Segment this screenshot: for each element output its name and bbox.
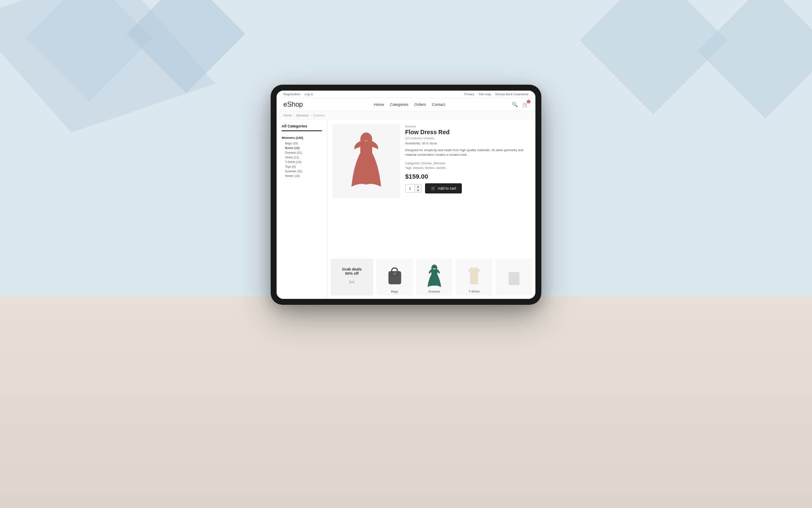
cart-badge: 2 bbox=[527, 100, 530, 103]
sidebar-sub-tshirts[interactable]: T-Shirts (14) bbox=[282, 160, 322, 164]
nav-links: Home Categories Orders Contact bbox=[315, 102, 503, 107]
product-image-dress bbox=[345, 132, 387, 191]
bg-shape-1 bbox=[25, 0, 152, 102]
deals-subtitle: 50% off bbox=[345, 271, 359, 276]
product-detail: Dresses Flow Dress Red (23 customer revi… bbox=[327, 120, 535, 259]
product-tags-tag: Tags: dresses, fashion, women bbox=[405, 166, 530, 170]
bags-image bbox=[383, 263, 406, 288]
sidebar-sub-bags[interactable]: Bags (23) bbox=[282, 141, 322, 146]
product-description: Designed for simplicity and made from hi… bbox=[405, 148, 530, 157]
extra-image bbox=[502, 265, 526, 290]
login-link[interactable]: Log in bbox=[304, 92, 313, 96]
tshirts-thumbnail[interactable]: T-Shirts bbox=[456, 259, 492, 295]
product-tags: Categories: Dresses, Womens Tags: dresse… bbox=[405, 161, 530, 170]
product-info: Dresses Flow Dress Red (23 customer revi… bbox=[405, 124, 530, 254]
nav-home[interactable]: Home bbox=[374, 102, 384, 107]
quantity-controls: ▲ ▼ bbox=[415, 185, 421, 192]
navbar: eShop Home Categories Orders Contact 🔍 🛒… bbox=[277, 98, 535, 111]
sidebar-sub-dresses[interactable]: Dresses (21) bbox=[282, 150, 322, 155]
svg-rect-5 bbox=[393, 273, 396, 275]
privacy-link[interactable]: Privacy bbox=[464, 92, 475, 96]
add-to-cart-button[interactable]: 🛒 Add to cart bbox=[425, 183, 462, 193]
svg-rect-8 bbox=[431, 269, 437, 275]
breadcrumb: Home › Womens › Dresses bbox=[277, 111, 535, 120]
bags-thumbnail[interactable]: Bags bbox=[376, 259, 413, 295]
nav-actions: 🔍 🛒 2 bbox=[512, 102, 529, 108]
product-image-box bbox=[332, 124, 400, 198]
product-categories-tag: Categories: Dresses, Womens bbox=[405, 161, 530, 166]
registration-link[interactable]: Registration bbox=[283, 92, 300, 96]
breadcrumb-womens[interactable]: Womens bbox=[296, 113, 309, 117]
sidebar-category-womens[interactable]: Womens (140) bbox=[282, 135, 322, 141]
dresses-thumbnail[interactable]: Dresses bbox=[416, 259, 453, 295]
cart-icon[interactable]: 🛒 2 bbox=[522, 102, 529, 108]
nav-contact[interactable]: Contact bbox=[432, 102, 445, 107]
breadcrumb-home[interactable]: Home bbox=[283, 113, 292, 117]
product-actions: 1 ▲ ▼ 🛒 Add to cart bbox=[405, 183, 530, 193]
product-category-label: Dresses bbox=[405, 125, 530, 128]
scissors-icon: ✂ bbox=[349, 278, 355, 287]
dresses-label: Dresses bbox=[428, 290, 440, 293]
utility-bar-left: Registration Log in bbox=[283, 92, 313, 96]
add-to-cart-label: Add to cart bbox=[438, 186, 456, 190]
nav-categories[interactable]: Categories bbox=[390, 102, 409, 107]
sidebar-title: All Categories bbox=[282, 124, 322, 131]
dresses-image bbox=[423, 263, 446, 288]
site-logo[interactable]: eShop bbox=[283, 101, 303, 108]
quantity-box: 1 ▲ ▼ bbox=[405, 184, 422, 193]
guarantee-link[interactable]: Money Back Guarantee bbox=[495, 92, 529, 96]
tshirts-image bbox=[463, 263, 486, 288]
breadcrumb-sep-2: › bbox=[310, 113, 312, 117]
bg-shape-2 bbox=[127, 0, 245, 93]
nav-orders[interactable]: Orders bbox=[414, 102, 426, 107]
bottom-section: Grab deals 50% off ✂ bbox=[327, 259, 535, 299]
product-title: Flow Dress Red bbox=[405, 129, 530, 135]
svg-rect-2 bbox=[360, 141, 372, 154]
utility-bar: Registration Log in Privacy Site map Mon… bbox=[277, 91, 535, 98]
main-content: All Categories Womens (140) Bags (23) Bo… bbox=[277, 120, 535, 299]
quantity-value: 1 bbox=[406, 185, 415, 192]
quantity-decrement[interactable]: ▼ bbox=[415, 188, 421, 192]
sidebar-sub-summer[interactable]: Summer (32) bbox=[282, 169, 322, 174]
sidebar: All Categories Womens (140) Bags (23) Bo… bbox=[277, 120, 327, 299]
breadcrumb-current: Dresses bbox=[313, 113, 325, 117]
tablet-screen: Registration Log in Privacy Site map Mon… bbox=[277, 91, 535, 299]
sidebar-sub-boots[interactable]: Boots (19) bbox=[282, 146, 322, 150]
utility-bar-right: Privacy Site map Money Back Guarantee bbox=[464, 92, 529, 96]
deals-title: Grab deals bbox=[342, 267, 362, 271]
floor-surface bbox=[0, 296, 812, 508]
extra-thumbnail[interactable] bbox=[496, 259, 532, 295]
quantity-increment[interactable]: ▲ bbox=[415, 185, 421, 188]
bags-label: Bags bbox=[391, 290, 398, 293]
search-icon[interactable]: 🔍 bbox=[512, 102, 518, 108]
sidebar-sub-jeans[interactable]: Jeans (11) bbox=[282, 155, 322, 160]
breadcrumb-sep-1: › bbox=[294, 113, 295, 117]
product-price: $159.00 bbox=[405, 173, 530, 180]
tshirts-label: T-Shirts bbox=[469, 290, 480, 293]
cart-icon-small: 🛒 bbox=[431, 186, 436, 190]
svg-rect-9 bbox=[509, 272, 519, 285]
sitemap-link[interactable]: Site map bbox=[479, 92, 491, 96]
bg-shape-4 bbox=[698, 0, 812, 119]
product-area: Dresses Flow Dress Red (23 customer revi… bbox=[327, 120, 535, 299]
sidebar-sub-tops[interactable]: Tops (6) bbox=[282, 164, 322, 169]
product-reviews: (23 customer reviews) bbox=[405, 137, 530, 140]
deals-box[interactable]: Grab deals 50% off ✂ bbox=[331, 259, 373, 295]
tablet-device: Registration Log in Privacy Site map Mon… bbox=[271, 85, 541, 305]
sidebar-sub-winter[interactable]: Winter (14) bbox=[282, 174, 322, 178]
product-availability: Availability: 36 in stock bbox=[405, 141, 530, 145]
